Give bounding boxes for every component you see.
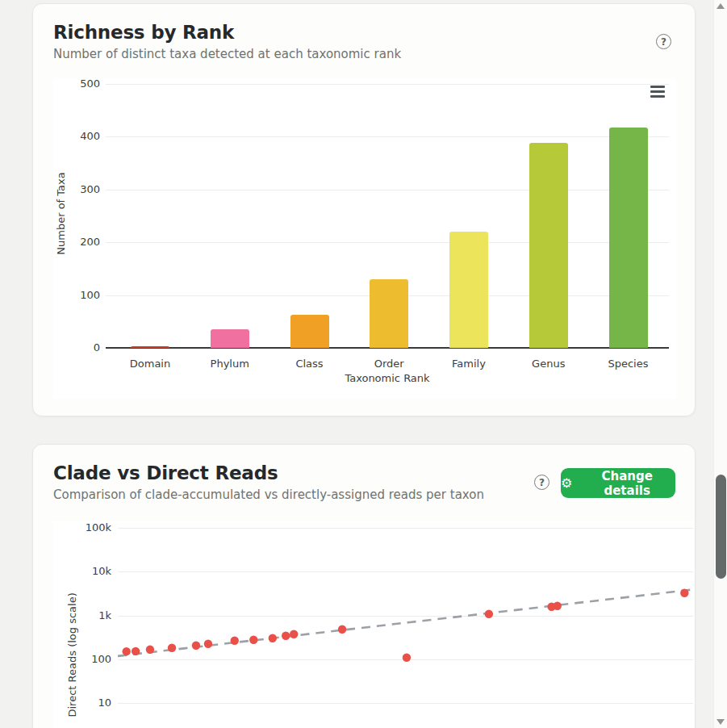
change-details-button[interactable]: ⚙ Change details xyxy=(561,468,675,498)
scrollbar-thumb[interactable] xyxy=(716,475,726,579)
bar-order[interactable] xyxy=(370,279,408,348)
y-axis-title: Number of Taxa xyxy=(55,161,67,266)
card-subtitle: Number of distinct taxa detected at each… xyxy=(53,47,675,61)
y-tick-label: 100 xyxy=(53,289,100,301)
scatter-point[interactable] xyxy=(204,640,212,648)
bar-phylum[interactable] xyxy=(211,329,249,348)
bar-family[interactable] xyxy=(449,232,488,348)
card-header: Richness by Rank Number of distinct taxa… xyxy=(53,22,675,61)
x-tick-label: Phylum xyxy=(190,358,269,370)
scatter-point[interactable] xyxy=(485,610,493,618)
x-tick-label: Species xyxy=(589,358,668,370)
x-tick-label: Class xyxy=(270,358,349,370)
scatter-point[interactable] xyxy=(282,632,290,640)
y-tick-label: 500 xyxy=(53,77,100,90)
scatter-svg xyxy=(53,521,694,728)
scatter-point[interactable] xyxy=(168,644,176,652)
gridline xyxy=(106,190,669,190)
x-tick-label: Order xyxy=(349,358,428,370)
scatter-point[interactable] xyxy=(338,625,346,634)
scatter-point[interactable] xyxy=(290,630,298,638)
scatter-point[interactable] xyxy=(269,634,277,642)
clade-vs-direct-card: Clade vs Direct Reads Comparison of clad… xyxy=(32,444,696,728)
scatter-point[interactable] xyxy=(231,637,239,645)
chart-menu-icon[interactable] xyxy=(650,86,665,98)
y-tick-label: 400 xyxy=(53,130,100,142)
scatter-point[interactable] xyxy=(249,636,257,644)
richness-bar-chart: Number of Taxa Taxonomic Rank 0100200300… xyxy=(53,78,677,399)
trend-line xyxy=(118,589,693,655)
x-axis-title: Taxonomic Rank xyxy=(323,372,452,384)
y-tick-label: 200 xyxy=(53,236,100,248)
y-tick-label: 0 xyxy=(53,341,100,354)
scatter-point[interactable] xyxy=(403,654,411,662)
scatter-point[interactable] xyxy=(680,589,688,597)
clade-scatter-chart: Direct Reads (log scale) 100k10k1k10010 xyxy=(53,521,694,728)
gridline xyxy=(106,242,669,243)
scroll-up-arrow-icon[interactable] xyxy=(717,3,725,9)
hamburger-bar xyxy=(650,86,665,88)
x-tick-label: Genus xyxy=(509,358,588,370)
hamburger-bar xyxy=(650,90,665,93)
bar-genus[interactable] xyxy=(529,143,568,348)
hamburger-bar xyxy=(650,95,665,98)
bar-species[interactable] xyxy=(609,128,648,348)
bar-class[interactable] xyxy=(290,315,329,348)
scatter-point[interactable] xyxy=(146,646,154,654)
card-title: Richness by Rank xyxy=(53,22,675,43)
scatter-point[interactable] xyxy=(132,647,140,655)
scatter-point[interactable] xyxy=(192,642,200,650)
gear-icon: ⚙ xyxy=(561,477,572,490)
scatter-point[interactable] xyxy=(122,647,130,655)
scatter-point[interactable] xyxy=(554,602,562,610)
gridline xyxy=(106,84,669,85)
scroll-down-arrow-icon[interactable] xyxy=(717,719,725,725)
x-tick-label: Family xyxy=(429,358,508,370)
gridline xyxy=(106,136,669,137)
help-icon[interactable]: ? xyxy=(656,34,671,49)
x-tick-label: Domain xyxy=(111,358,190,370)
richness-by-rank-card: Richness by Rank Number of distinct taxa… xyxy=(32,3,696,416)
change-details-label: Change details xyxy=(579,469,675,498)
help-icon[interactable]: ? xyxy=(534,475,549,490)
vertical-scrollbar[interactable] xyxy=(713,0,727,728)
bar-domain[interactable] xyxy=(131,346,169,348)
page: Richness by Rank Number of distinct taxa… xyxy=(0,0,727,728)
y-tick-label: 300 xyxy=(53,183,100,195)
